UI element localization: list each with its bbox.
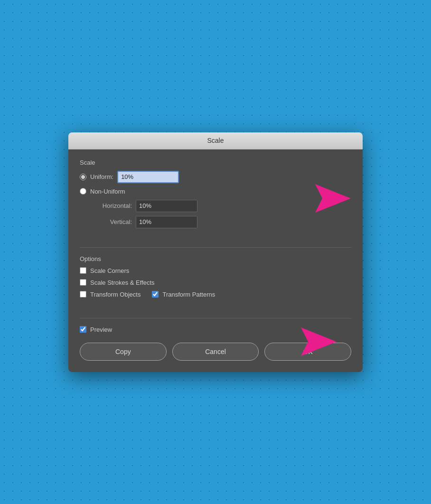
scale-strokes-label: Scale Strokes & Effects <box>90 279 155 286</box>
horizontal-input[interactable] <box>136 200 197 212</box>
preview-row: Preview <box>80 326 351 333</box>
scale-section: Scale Uniform: Non-Uniform Horizontal: V… <box>80 159 351 232</box>
copy-button[interactable]: Copy <box>80 343 167 361</box>
scale-corners-label: Scale Corners <box>90 267 129 274</box>
transform-patterns-checkbox[interactable] <box>152 291 159 298</box>
vertical-input[interactable] <box>136 216 197 228</box>
scale-dialog: Scale Scale Uniform: <box>68 132 363 372</box>
button-row: Copy Cancel OK <box>80 343 351 361</box>
vertical-row: Vertical: <box>89 216 351 228</box>
scale-section-label: Scale <box>80 159 351 166</box>
divider-2 <box>80 318 351 318</box>
uniform-row: Uniform: <box>80 171 351 183</box>
dialog-body: Scale Uniform: Non-Uniform Horizontal: V… <box>68 149 363 372</box>
divider-1 <box>80 247 351 248</box>
transform-objects-label: Transform Objects <box>90 291 141 298</box>
options-section: Options Scale Corners Scale Strokes & Ef… <box>80 255 351 303</box>
uniform-input[interactable] <box>117 171 179 183</box>
uniform-radio[interactable] <box>80 174 86 180</box>
transform-objects-item: Transform Objects <box>80 291 141 298</box>
transform-patterns-item: Transform Patterns <box>152 291 215 298</box>
non-uniform-label: Non-Uniform <box>90 188 125 195</box>
horizontal-row: Horizontal: <box>89 200 351 212</box>
title-bar: Scale <box>68 132 363 149</box>
vertical-label: Vertical: <box>89 218 132 225</box>
transform-patterns-label: Transform Patterns <box>162 291 215 298</box>
scale-corners-row: Scale Corners <box>80 267 351 274</box>
transform-objects-checkbox[interactable] <box>80 291 86 298</box>
ok-button[interactable]: OK <box>264 343 351 361</box>
preview-label: Preview <box>90 326 112 333</box>
dialog-title: Scale <box>207 137 224 144</box>
scale-corners-checkbox[interactable] <box>80 267 86 274</box>
cancel-button[interactable]: Cancel <box>172 343 259 361</box>
uniform-label: Uniform: <box>90 173 113 180</box>
non-uniform-radio[interactable] <box>80 188 86 195</box>
horizontal-label: Horizontal: <box>89 202 132 209</box>
scale-strokes-row: Scale Strokes & Effects <box>80 279 351 286</box>
non-uniform-row: Non-Uniform <box>80 188 351 195</box>
transform-row: Transform Objects Transform Patterns <box>80 291 351 298</box>
options-section-label: Options <box>80 255 351 262</box>
scale-strokes-checkbox[interactable] <box>80 279 86 286</box>
preview-checkbox[interactable] <box>80 326 86 333</box>
